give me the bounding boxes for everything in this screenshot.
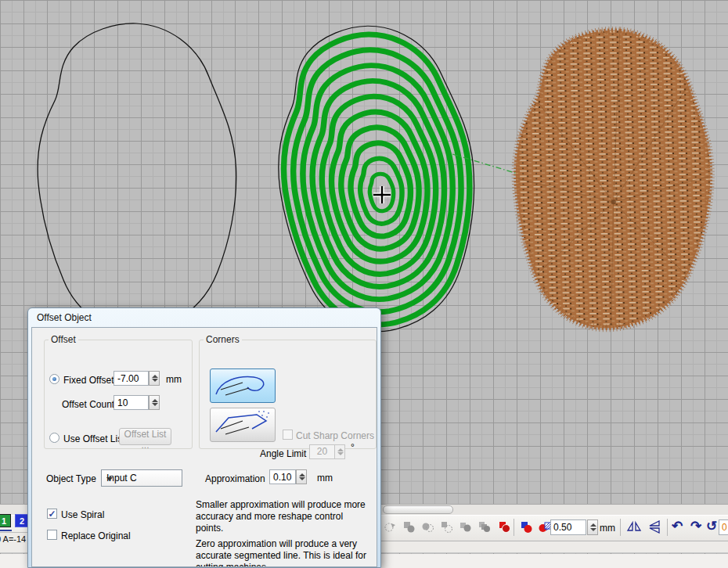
stitch-length-spinner[interactable] <box>587 519 598 535</box>
shape-op-disabled-5-icon[interactable] <box>459 520 472 534</box>
crosshair-cursor <box>373 186 391 203</box>
offset-count-input[interactable] <box>114 395 149 410</box>
shape-op-disabled-6-icon[interactable] <box>478 520 491 534</box>
rotate-reset-icon[interactable]: ↺ <box>706 518 717 535</box>
corners-group: Corners Cut Sharp Corners Angle Limit 20… <box>199 334 377 449</box>
use-spiral-checkbox[interactable]: ✓ <box>47 509 57 519</box>
offset-group-label: Offset <box>49 334 78 345</box>
sharp-corners-icon <box>211 408 274 440</box>
approximation-unit: mm <box>317 473 333 484</box>
chevron-down-icon <box>106 477 113 481</box>
angle-limit-input[interactable]: 20 <box>309 444 335 459</box>
angle-value-input[interactable] <box>719 519 728 535</box>
outline-object[interactable] <box>38 23 236 331</box>
approximation-note-2: Zero approximation will produce a very a… <box>196 538 371 567</box>
use-spiral-label: Use Spiral <box>61 509 104 520</box>
fixed-offset-unit: mm <box>166 374 182 385</box>
shape-op-disabled-4-icon[interactable] <box>440 520 453 534</box>
offset-object-dialog: Offset Object Offset Fixed Offset mm Off… <box>27 307 381 568</box>
mirror-horizontal-icon[interactable] <box>626 520 642 534</box>
corners-group-label: Corners <box>204 334 242 345</box>
fixed-offset-label: Fixed Offset <box>63 375 114 386</box>
object-type-dropdown[interactable]: Input C <box>101 469 182 487</box>
rotate-left-icon[interactable]: ↶ <box>672 518 683 535</box>
replace-original-label: Replace Original <box>61 530 131 541</box>
dialog-title[interactable]: Offset Object <box>28 308 380 327</box>
shape-op-disabled-2-icon[interactable] <box>402 520 416 534</box>
fixed-offset-input[interactable] <box>114 371 149 386</box>
round-corners-button[interactable] <box>210 368 276 403</box>
angle-limit-spinner[interactable] <box>334 444 345 459</box>
weld-red-icon[interactable] <box>498 520 511 534</box>
offset-list-button[interactable]: Offset List ... <box>119 428 171 445</box>
approximation-spinner[interactable] <box>296 469 307 484</box>
use-offset-list-radio[interactable] <box>49 433 59 443</box>
palette-selected-underline <box>0 530 12 531</box>
toolbar-separator <box>514 519 514 536</box>
fixed-offset-radio[interactable] <box>49 374 59 384</box>
scrollbar-thumb[interactable] <box>383 505 453 514</box>
mirror-vertical-icon[interactable] <box>647 520 662 534</box>
toolbar-separator <box>620 519 621 536</box>
sharp-corners-button[interactable] <box>210 408 276 442</box>
offset-spiral-object[interactable] <box>271 21 481 336</box>
stitch-length-unit: mm <box>600 523 615 534</box>
offset-count-label: Offset Count <box>62 399 114 410</box>
stitch-object[interactable] <box>508 26 719 333</box>
toolbar-separator <box>667 519 668 536</box>
shape-op-disabled-3-icon[interactable] <box>421 520 434 534</box>
angle-limit-unit: ° <box>351 442 355 453</box>
palette-color-1-chip[interactable]: 1 <box>0 514 11 527</box>
replace-original-checkbox[interactable] <box>47 530 57 540</box>
angle-limit-label: Angle Limit <box>260 448 306 459</box>
approximation-input[interactable] <box>269 469 296 484</box>
rotate-right-icon[interactable]: ↷ <box>690 518 701 535</box>
cut-sharp-corners-label: Cut Sharp Corners <box>296 430 374 441</box>
shape-op-disabled-1-icon[interactable] <box>384 520 397 534</box>
status-coordinates-text: 0 A=-14 <box>0 534 26 544</box>
intersect-blue-red-icon[interactable] <box>520 520 533 534</box>
round-corners-icon <box>211 369 274 401</box>
object-type-label: Object Type <box>46 473 96 484</box>
offset-group: Offset Fixed Offset mm Offset Count Use … <box>44 334 193 449</box>
fixed-offset-spinner[interactable] <box>149 371 160 386</box>
approximation-label: Approximation <box>205 473 265 484</box>
approximation-note-1: Smaller approximation will produce more … <box>196 499 371 534</box>
cut-sharp-corners-checkbox[interactable] <box>283 430 293 440</box>
stitch-length-input[interactable] <box>550 519 586 535</box>
use-offset-list-label: Use Offset List <box>63 433 124 444</box>
dialog-body: Offset Fixed Offset mm Offset Count Use … <box>31 327 377 567</box>
offset-count-spinner[interactable] <box>149 395 160 410</box>
